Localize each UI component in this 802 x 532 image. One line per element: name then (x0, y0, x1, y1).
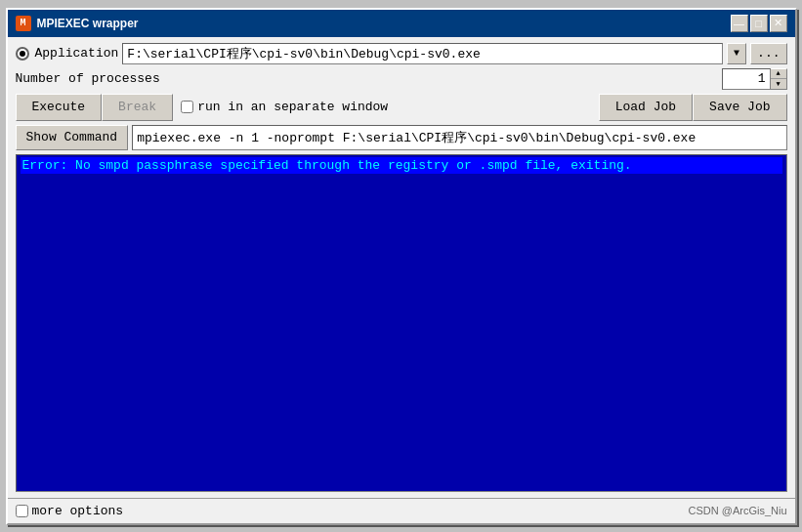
application-input-wrap: ▼ ... (122, 43, 786, 64)
title-bar: M MPIEXEC wrapper — □ ✕ (8, 10, 795, 37)
execute-button[interactable]: Execute (16, 94, 103, 121)
more-options-checkbox[interactable] (16, 505, 28, 517)
num-processes-input[interactable] (722, 68, 771, 90)
application-input[interactable] (122, 43, 723, 64)
command-display: mpiexec.exe -n 1 -noprompt F:\serial\CPI… (132, 125, 786, 150)
show-command-row: Show Command mpiexec.exe -n 1 -noprompt … (16, 125, 787, 150)
num-processes-label: Number of processes (16, 71, 160, 86)
separate-window-label[interactable]: run in an separate window (173, 100, 396, 114)
application-label: Application (35, 46, 119, 61)
spin-up-button[interactable]: ▲ (771, 69, 786, 80)
separate-window-checkbox[interactable] (181, 101, 193, 113)
break-button[interactable]: Break (102, 94, 173, 121)
error-message: Error: No smpd passphrase specified thro… (21, 157, 782, 174)
watermark-text: CSDN @ArcGis_Niu (688, 505, 786, 516)
more-options-section: more options (16, 504, 124, 518)
dropdown-arrow-button[interactable]: ▼ (727, 43, 746, 64)
window-controls: — □ ✕ (731, 15, 787, 32)
main-window: M MPIEXEC wrapper — □ ✕ Application ▼ (6, 8, 797, 525)
application-row: Application ▼ ... (16, 43, 787, 64)
more-options-label: more options (32, 504, 124, 518)
window-title: MPIEXEC wrapper (37, 17, 139, 30)
bottom-bar: more options CSDN @ArcGis_Niu (8, 498, 795, 523)
app-icon: M (16, 16, 31, 31)
browse-button[interactable]: ... (750, 43, 786, 64)
save-job-button[interactable]: Save Job (693, 94, 786, 121)
spin-buttons: ▲ ▼ (771, 68, 787, 90)
output-area: Error: No smpd passphrase specified thro… (16, 154, 787, 492)
radio-button[interactable] (16, 47, 29, 61)
close-button[interactable]: ✕ (770, 15, 787, 32)
num-processes-input-wrap: ▲ ▼ (722, 68, 787, 90)
action-buttons-row: Execute Break run in an separate window … (16, 94, 787, 121)
show-command-button[interactable]: Show Command (16, 125, 129, 150)
spin-down-button[interactable]: ▼ (771, 79, 786, 89)
title-bar-left: M MPIEXEC wrapper (16, 16, 139, 31)
load-job-button[interactable]: Load Job (599, 94, 693, 121)
minimize-button[interactable]: — (731, 15, 748, 32)
window-content: Application ▼ ... Number of processes ▲ … (8, 37, 795, 498)
num-processes-row: Number of processes ▲ ▼ (16, 68, 787, 90)
maximize-button[interactable]: □ (750, 15, 768, 32)
